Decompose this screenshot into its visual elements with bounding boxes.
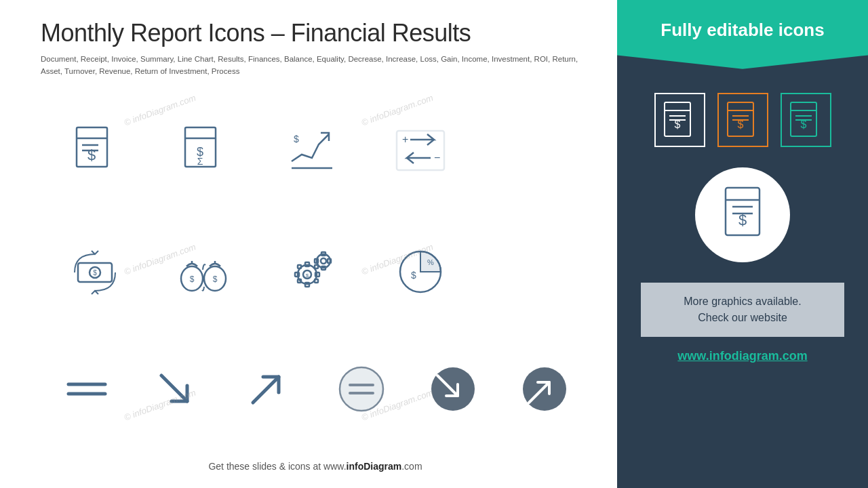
icon-row-2: $ $ (41, 226, 590, 314)
right-panel: Fully editable icons $ $ (617, 0, 868, 488)
svg-point-48 (431, 367, 475, 411)
right-panel-title: Fully editable icons (631, 19, 854, 42)
icon-cell-circle-down-right (407, 345, 498, 433)
small-icons-row: $ $ $ (654, 93, 831, 147)
svg-text:$: $ (93, 269, 97, 277)
icon-cell-equals (41, 345, 132, 433)
svg-rect-39 (328, 259, 331, 263)
large-circle-icon: $ (695, 167, 790, 262)
icon-cell-circle-up-right (498, 345, 590, 433)
page-title: Monthly Report Icons – Financial Results (41, 19, 590, 47)
svg-text:+: + (402, 134, 408, 145)
icon-cell-exchange: + − (366, 107, 475, 195)
svg-rect-30 (298, 265, 301, 268)
icon-cell-arrow-up-right (224, 345, 315, 433)
small-icon-white: $ (654, 93, 705, 147)
icon-row-3 (41, 345, 590, 433)
svg-text:$: $ (411, 270, 416, 281)
svg-point-35 (321, 258, 326, 264)
icon-cell-document: $ (41, 107, 149, 195)
icon-cell-moneybags: $ $ (149, 226, 258, 314)
svg-text:$: $ (306, 272, 309, 279)
bottom-text: Get these slides & icons at www.infoDiag… (41, 455, 590, 474)
svg-text:$: $ (213, 274, 218, 284)
svg-text:−: − (434, 152, 440, 163)
page-subtitle: Document, Receipt, Invoice, Summary, Lin… (41, 53, 590, 78)
icon-cell-cashrotate: $ (41, 226, 149, 314)
icon-cell-arrow-down-right (132, 345, 224, 433)
svg-text:$: $ (294, 134, 299, 144)
icon-grid: $ $ Σ $ (41, 92, 590, 455)
icon-cell-linechart: $ (258, 107, 366, 195)
svg-text:%: % (427, 258, 434, 266)
more-graphics-text: More graphics available.Check our websit… (654, 293, 831, 326)
icon-cell-invoice: $ Σ (149, 107, 258, 195)
left-panel: Monthly Report Icons – Financial Results… (0, 0, 617, 488)
svg-point-45 (340, 367, 383, 411)
svg-point-49 (523, 367, 566, 411)
icon-row-1: $ $ Σ $ (41, 107, 590, 195)
small-icon-orange: $ (717, 93, 768, 147)
svg-text:$: $ (87, 146, 96, 163)
teal-header: Fully editable icons (617, 0, 868, 69)
svg-rect-33 (315, 279, 318, 283)
svg-text:Σ: Σ (197, 156, 203, 167)
small-icon-teal: $ (781, 93, 831, 147)
more-graphics-box: More graphics available.Check our websit… (641, 283, 844, 337)
icon-cell-gear: $ (258, 226, 366, 314)
website-link[interactable]: www.infodiagram.com (677, 349, 807, 363)
icon-cell-roi: % $ (366, 226, 475, 314)
svg-text:$: $ (190, 274, 195, 284)
icon-cell-circle-equals (315, 345, 407, 433)
